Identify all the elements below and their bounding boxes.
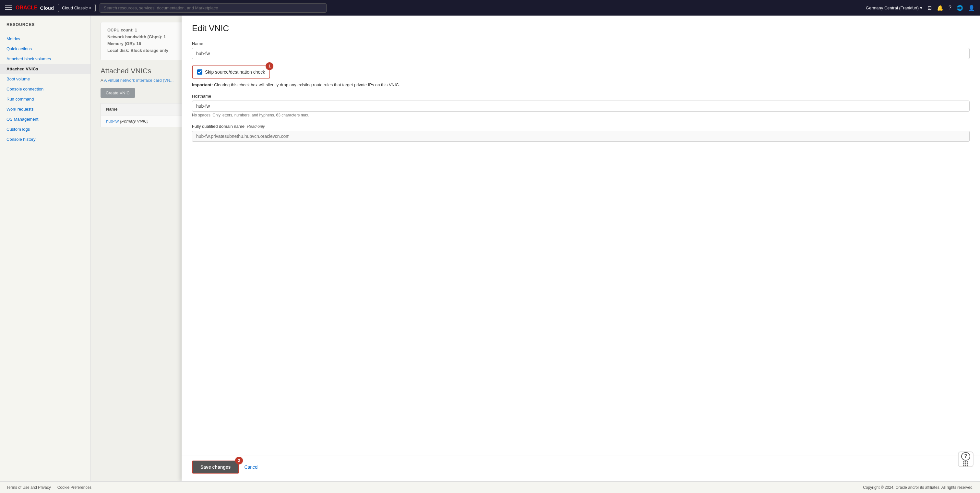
edit-vnic-panel: Edit VNIC Name Skip source/destination c… — [181, 16, 980, 481]
edit-panel-header: Edit VNIC — [181, 16, 980, 41]
help-float-button[interactable]: ? — [958, 452, 974, 467]
search-input[interactable] — [100, 3, 326, 13]
sidebar-item-run-command[interactable]: Run command — [0, 94, 91, 104]
memory-label: Memory (GB): — [107, 41, 135, 46]
name-label: Name — [192, 41, 970, 46]
help-grid-icon — [963, 461, 968, 466]
sidebar: Resources Metrics Quick actions Attached… — [0, 16, 91, 481]
name-input[interactable] — [192, 48, 970, 59]
sidebar-item-attached-block-volumes[interactable]: Attached block volumes — [0, 54, 91, 64]
oracle-logo: ORACLE Cloud — [16, 5, 54, 11]
vnic-link[interactable]: A virtual network interface card (VN... — [104, 78, 174, 83]
oracle-text: ORACLE — [16, 5, 38, 11]
sidebar-item-metrics[interactable]: Metrics — [0, 34, 91, 44]
vnic-name-link[interactable]: hub-fw — [106, 119, 119, 124]
save-changes-button[interactable]: Save changes — [192, 461, 239, 474]
bell-icon[interactable]: 🔔 — [937, 5, 943, 11]
user-icon[interactable]: 👤 — [968, 5, 975, 11]
skip-check-container: Skip source/destination check 1 — [192, 65, 270, 78]
sidebar-item-custom-logs[interactable]: Custom logs — [0, 124, 91, 134]
fqdn-label-row: Fully qualified domain name Read-only — [192, 124, 970, 129]
step-2-badge: 2 — [235, 457, 243, 464]
cancel-link[interactable]: Cancel — [244, 464, 258, 470]
fqdn-input — [192, 131, 970, 142]
help-icon[interactable]: ? — [948, 5, 951, 11]
sidebar-item-console-history[interactable]: Console history — [0, 134, 91, 144]
sidebar-item-console-connection[interactable]: Console connection — [0, 84, 91, 94]
terminal-icon[interactable]: ⊡ — [928, 5, 932, 11]
step-1-badge: 1 — [266, 62, 274, 70]
copyright-text: Copyright © 2024, Oracle and/or its affi… — [863, 485, 974, 490]
hostname-label: Hostname — [192, 94, 970, 99]
sidebar-item-os-management[interactable]: OS Management — [0, 114, 91, 124]
sidebar-item-quick-actions[interactable]: Quick actions — [0, 44, 91, 54]
local-disk-value: Block storage only — [131, 48, 168, 53]
skip-check-checkbox[interactable] — [197, 69, 202, 75]
memory-value: 16 — [137, 41, 141, 46]
region-selector[interactable]: Germany Central (Frankfurt) ▾ — [866, 5, 922, 10]
name-field: Name — [192, 41, 970, 59]
edit-panel-footer: Save changes 2 Cancel — [181, 455, 980, 481]
hostname-hint: No spaces. Only letters, numbers, and hy… — [192, 113, 970, 118]
important-strong: Important: — [192, 83, 213, 87]
nav-right: Germany Central (Frankfurt) ▾ ⊡ 🔔 ? 🌐 👤 — [866, 5, 975, 11]
ocpu-label: OCPU count: — [107, 27, 134, 32]
footer: Terms of Use and Privacy Cookie Preferen… — [0, 481, 980, 493]
skip-check-label[interactable]: Skip source/destination check — [205, 69, 265, 75]
fqdn-readonly-badge: Read-only — [247, 124, 265, 129]
save-btn-wrapper: Save changes 2 — [192, 461, 239, 474]
fqdn-label: Fully qualified domain name — [192, 124, 245, 129]
edit-panel-title: Edit VNIC — [192, 23, 970, 33]
help-circle-icon: ? — [961, 452, 970, 461]
globe-icon[interactable]: 🌐 — [957, 5, 963, 11]
sidebar-resources-heading: Resources — [0, 22, 91, 31]
content-area: OCPU count: 1 Network bandwidth (Gbps): … — [91, 16, 980, 481]
sidebar-item-work-requests[interactable]: Work requests — [0, 104, 91, 114]
hostname-field: Hostname No spaces. Only letters, number… — [192, 94, 970, 118]
vnic-type-label: (Primary VNIC) — [120, 119, 148, 124]
local-disk-label: Local disk: — [107, 48, 129, 53]
region-label: Germany Central (Frankfurt) — [866, 5, 919, 10]
network-value: 1 — [164, 34, 166, 39]
footer-links: Terms of Use and Privacy Cookie Preferen… — [6, 485, 91, 490]
region-chevron-icon: ▾ — [920, 5, 922, 10]
cloud-text: Cloud — [40, 5, 54, 11]
cloud-classic-button[interactable]: Cloud Classic > — [58, 4, 95, 12]
fqdn-field: Fully qualified domain name Read-only — [192, 124, 970, 142]
important-text-content: Clearing this check box will silently dr… — [214, 83, 400, 87]
hostname-input[interactable] — [192, 100, 970, 111]
important-note: Important: Clearing this check box will … — [192, 83, 970, 87]
terms-link[interactable]: Terms of Use and Privacy — [6, 485, 51, 490]
create-vnic-button[interactable]: Create VNIC — [100, 88, 135, 98]
cookies-link[interactable]: Cookie Preferences — [57, 485, 91, 490]
top-navigation: ORACLE Cloud Cloud Classic > Germany Cen… — [0, 0, 980, 16]
edit-panel-body: Name Skip source/destination check 1 Imp… — [181, 41, 980, 455]
sidebar-item-boot-volume[interactable]: Boot volume — [0, 74, 91, 84]
main-layout: Resources Metrics Quick actions Attached… — [0, 16, 980, 481]
ocpu-value: 1 — [135, 27, 137, 32]
sidebar-item-attached-vnics[interactable]: Attached VNICs — [0, 64, 91, 74]
network-label: Network bandwidth (Gbps): — [107, 34, 162, 39]
hamburger-menu[interactable] — [5, 5, 12, 10]
